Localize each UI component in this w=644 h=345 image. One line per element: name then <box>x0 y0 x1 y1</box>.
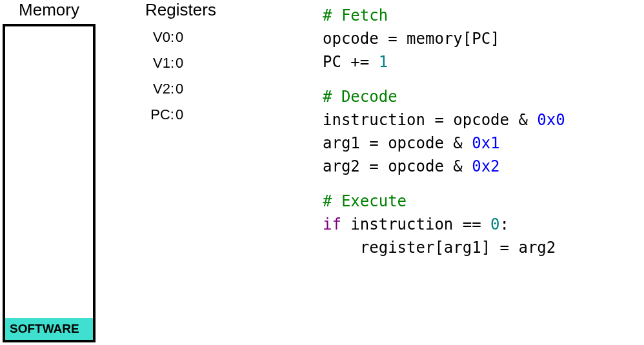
code-section: # Fetch opcode = memory[PC] PC += 1 # De… <box>323 4 644 259</box>
register-value: 0 <box>176 81 183 97</box>
registers-section: Registers V0: 0 V1: 0 V2: 0 PC: 0 <box>129 0 232 132</box>
code-text: arg1 = opcode & <box>323 134 472 152</box>
code-text: arg2 = opcode & <box>323 157 472 175</box>
code-text: : <box>500 215 509 233</box>
register-value: 0 <box>176 55 183 72</box>
code-hex: 0x0 <box>537 111 565 129</box>
memory-box: SOFTWARE <box>3 24 96 342</box>
registers-title: Registers <box>129 0 232 20</box>
software-label: SOFTWARE <box>10 322 79 336</box>
register-name: V0: <box>150 29 174 46</box>
register-value: 0 <box>176 106 183 123</box>
blank-line <box>323 74 644 85</box>
register-row: V0: 0 <box>129 29 232 46</box>
register-row: V2: 0 <box>129 81 232 97</box>
code-text: PC += <box>323 53 379 71</box>
code-number: 0 <box>490 215 499 233</box>
code-hex: 0x2 <box>472 157 499 175</box>
blank-line <box>323 178 644 190</box>
code-number: 1 <box>379 53 388 71</box>
memory-title: Memory <box>3 0 96 20</box>
code-text: register[arg1] = arg2 <box>323 239 556 257</box>
code-text: instruction = opcode & <box>323 111 537 129</box>
code-comment: # Execute <box>323 192 407 210</box>
memory-section: Memory SOFTWARE <box>3 0 96 342</box>
register-name: PC: <box>150 106 174 123</box>
register-name: V1: <box>150 55 174 72</box>
register-row: V1: 0 <box>129 55 232 72</box>
register-value: 0 <box>176 29 183 46</box>
register-row: PC: 0 <box>129 106 232 123</box>
software-block: SOFTWARE <box>5 318 93 340</box>
code-text: opcode = memory[PC] <box>323 30 500 48</box>
register-name: V2: <box>150 81 174 97</box>
code-text: instruction == <box>341 215 490 233</box>
code-comment: # Decode <box>323 88 397 106</box>
code-hex: 0x1 <box>472 134 499 152</box>
code-comment: # Fetch <box>323 6 388 25</box>
code-keyword: if <box>323 215 341 233</box>
